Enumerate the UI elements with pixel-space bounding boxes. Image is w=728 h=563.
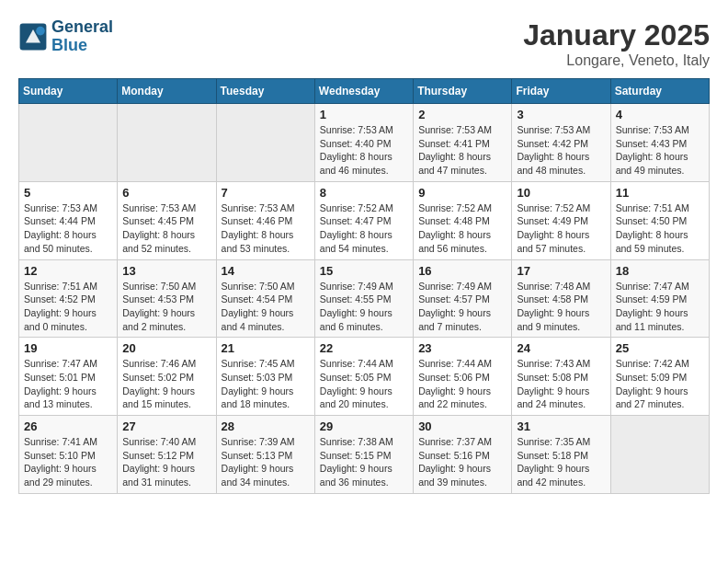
day-number: 12: [24, 264, 112, 278]
day-info: Sunrise: 7:44 AM Sunset: 5:06 PM Dayligh…: [418, 357, 506, 411]
calendar-cell: 21Sunrise: 7:45 AM Sunset: 5:03 PM Dayli…: [216, 338, 314, 416]
calendar-cell: 13Sunrise: 7:50 AM Sunset: 4:53 PM Dayli…: [118, 259, 216, 338]
day-number: 13: [122, 264, 210, 278]
calendar-cell: 25Sunrise: 7:42 AM Sunset: 5:09 PM Dayli…: [610, 338, 709, 416]
day-number: 5: [24, 186, 112, 200]
calendar-cell: [216, 104, 314, 182]
day-info: Sunrise: 7:45 AM Sunset: 5:03 PM Dayligh…: [222, 357, 310, 411]
day-info: Sunrise: 7:53 AM Sunset: 4:40 PM Dayligh…: [320, 123, 408, 178]
day-info: Sunrise: 7:41 AM Sunset: 5:10 PM Dayligh…: [24, 435, 112, 489]
calendar-header: SundayMondayTuesdayWednesdayThursdayFrid…: [19, 79, 710, 104]
day-info: Sunrise: 7:52 AM Sunset: 4:48 PM Dayligh…: [418, 201, 506, 256]
day-info: Sunrise: 7:44 AM Sunset: 5:05 PM Dayligh…: [320, 357, 408, 411]
day-number: 7: [222, 186, 310, 200]
weekday-header-friday: Friday: [512, 79, 610, 104]
calendar-week-row: 12Sunrise: 7:51 AM Sunset: 4:52 PM Dayli…: [19, 259, 710, 338]
day-number: 1: [320, 108, 408, 121]
calendar-cell: 1Sunrise: 7:53 AM Sunset: 4:40 PM Daylig…: [314, 104, 413, 182]
calendar-cell: 3Sunrise: 7:53 AM Sunset: 4:42 PM Daylig…: [512, 104, 610, 182]
calendar-cell: 20Sunrise: 7:46 AM Sunset: 5:02 PM Dayli…: [118, 338, 216, 416]
calendar-cell: 15Sunrise: 7:49 AM Sunset: 4:55 PM Dayli…: [314, 259, 413, 338]
logo: General Blue: [18, 18, 113, 55]
day-info: Sunrise: 7:48 AM Sunset: 4:58 PM Dayligh…: [517, 280, 605, 334]
day-number: 17: [517, 264, 605, 278]
calendar-cell: 12Sunrise: 7:51 AM Sunset: 4:52 PM Dayli…: [19, 259, 118, 338]
day-info: Sunrise: 7:50 AM Sunset: 4:53 PM Dayligh…: [122, 280, 210, 334]
calendar-cell: 5Sunrise: 7:53 AM Sunset: 4:44 PM Daylig…: [19, 181, 118, 259]
calendar-subtitle: Longare, Veneto, Italy: [523, 52, 710, 69]
day-number: 19: [24, 341, 112, 355]
day-number: 6: [122, 186, 210, 200]
calendar-cell: 7Sunrise: 7:53 AM Sunset: 4:46 PM Daylig…: [216, 181, 314, 259]
calendar-cell: 9Sunrise: 7:52 AM Sunset: 4:48 PM Daylig…: [414, 181, 512, 259]
day-number: 26: [24, 419, 112, 433]
day-number: 18: [616, 264, 704, 278]
day-number: 8: [320, 186, 408, 200]
day-info: Sunrise: 7:53 AM Sunset: 4:45 PM Dayligh…: [122, 201, 210, 256]
calendar-cell: 29Sunrise: 7:38 AM Sunset: 5:15 PM Dayli…: [314, 416, 413, 494]
day-number: 21: [222, 341, 310, 355]
logo-line2: Blue: [51, 36, 87, 54]
day-info: Sunrise: 7:47 AM Sunset: 5:01 PM Dayligh…: [24, 357, 112, 411]
calendar-week-row: 1Sunrise: 7:53 AM Sunset: 4:40 PM Daylig…: [19, 104, 710, 182]
calendar-cell: 26Sunrise: 7:41 AM Sunset: 5:10 PM Dayli…: [19, 416, 118, 494]
calendar-cell: 8Sunrise: 7:52 AM Sunset: 4:47 PM Daylig…: [314, 181, 413, 259]
calendar-cell: 17Sunrise: 7:48 AM Sunset: 4:58 PM Dayli…: [512, 259, 610, 338]
day-number: 9: [418, 186, 506, 200]
day-info: Sunrise: 7:53 AM Sunset: 4:44 PM Dayligh…: [24, 201, 112, 256]
day-number: 11: [616, 186, 704, 200]
calendar-week-row: 5Sunrise: 7:53 AM Sunset: 4:44 PM Daylig…: [19, 181, 710, 259]
day-info: Sunrise: 7:51 AM Sunset: 4:52 PM Dayligh…: [24, 280, 112, 334]
page-header: General Blue January 2025 Longare, Venet…: [18, 18, 710, 69]
calendar-week-row: 19Sunrise: 7:47 AM Sunset: 5:01 PM Dayli…: [19, 338, 710, 416]
day-number: 2: [418, 108, 506, 121]
weekday-header-wednesday: Wednesday: [314, 79, 413, 104]
day-number: 30: [418, 419, 506, 433]
day-info: Sunrise: 7:50 AM Sunset: 4:54 PM Dayligh…: [222, 280, 310, 334]
calendar-body: 1Sunrise: 7:53 AM Sunset: 4:40 PM Daylig…: [19, 104, 710, 494]
calendar-cell: 4Sunrise: 7:53 AM Sunset: 4:43 PM Daylig…: [610, 104, 709, 182]
day-number: 31: [517, 419, 605, 433]
logo-icon: [18, 22, 48, 52]
calendar-cell: 6Sunrise: 7:53 AM Sunset: 4:45 PM Daylig…: [118, 181, 216, 259]
day-info: Sunrise: 7:53 AM Sunset: 4:42 PM Dayligh…: [517, 123, 605, 178]
day-number: 15: [320, 264, 408, 278]
day-number: 10: [517, 186, 605, 200]
day-number: 29: [320, 419, 408, 433]
calendar-title: January 2025: [523, 18, 710, 52]
day-info: Sunrise: 7:39 AM Sunset: 5:13 PM Dayligh…: [222, 435, 310, 489]
day-info: Sunrise: 7:49 AM Sunset: 4:57 PM Dayligh…: [418, 280, 506, 334]
day-info: Sunrise: 7:53 AM Sunset: 4:46 PM Dayligh…: [222, 201, 310, 256]
calendar-cell: [610, 416, 709, 494]
day-number: 28: [222, 419, 310, 433]
day-number: 27: [122, 419, 210, 433]
day-number: 23: [418, 341, 506, 355]
day-number: 16: [418, 264, 506, 278]
calendar-cell: 30Sunrise: 7:37 AM Sunset: 5:16 PM Dayli…: [414, 416, 512, 494]
day-info: Sunrise: 7:52 AM Sunset: 4:49 PM Dayligh…: [517, 201, 605, 256]
day-number: 3: [517, 108, 605, 121]
calendar-cell: 16Sunrise: 7:49 AM Sunset: 4:57 PM Dayli…: [414, 259, 512, 338]
logo-line1: General: [51, 17, 113, 36]
day-number: 24: [517, 341, 605, 355]
day-info: Sunrise: 7:51 AM Sunset: 4:50 PM Dayligh…: [616, 201, 704, 256]
title-block: January 2025 Longare, Veneto, Italy: [523, 18, 710, 69]
day-info: Sunrise: 7:38 AM Sunset: 5:15 PM Dayligh…: [320, 435, 408, 489]
day-info: Sunrise: 7:49 AM Sunset: 4:55 PM Dayligh…: [320, 280, 408, 334]
calendar-cell: 24Sunrise: 7:43 AM Sunset: 5:08 PM Dayli…: [512, 338, 610, 416]
day-info: Sunrise: 7:37 AM Sunset: 5:16 PM Dayligh…: [418, 435, 506, 489]
weekday-header-thursday: Thursday: [414, 79, 512, 104]
weekday-header-monday: Monday: [118, 79, 216, 104]
day-number: 20: [122, 341, 210, 355]
day-info: Sunrise: 7:42 AM Sunset: 5:09 PM Dayligh…: [616, 357, 704, 411]
calendar-cell: 2Sunrise: 7:53 AM Sunset: 4:41 PM Daylig…: [414, 104, 512, 182]
day-number: 22: [320, 341, 408, 355]
calendar-cell: [19, 104, 118, 182]
day-info: Sunrise: 7:35 AM Sunset: 5:18 PM Dayligh…: [517, 435, 605, 489]
calendar-cell: 11Sunrise: 7:51 AM Sunset: 4:50 PM Dayli…: [610, 181, 709, 259]
day-info: Sunrise: 7:40 AM Sunset: 5:12 PM Dayligh…: [122, 435, 210, 489]
day-info: Sunrise: 7:46 AM Sunset: 5:02 PM Dayligh…: [122, 357, 210, 411]
calendar-cell: 28Sunrise: 7:39 AM Sunset: 5:13 PM Dayli…: [216, 416, 314, 494]
calendar-cell: [118, 104, 216, 182]
day-info: Sunrise: 7:47 AM Sunset: 4:59 PM Dayligh…: [616, 280, 704, 334]
